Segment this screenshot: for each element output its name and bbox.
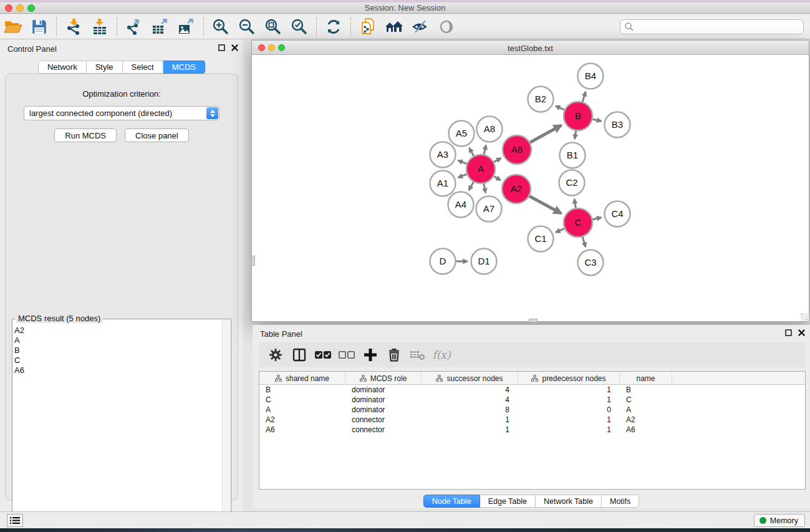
open-session-button[interactable] xyxy=(0,16,26,37)
column-header-MCDS-role[interactable]: MCDS role xyxy=(345,372,422,385)
export-table-button[interactable] xyxy=(147,16,173,37)
graph-edge-B-B1[interactable] xyxy=(575,131,576,139)
show-panels-button[interactable] xyxy=(433,16,460,37)
table-row[interactable]: A6connector11A6 xyxy=(259,425,805,435)
result-item[interactable]: A6 xyxy=(14,365,221,375)
table-row[interactable]: A2connector11A2 xyxy=(259,415,805,425)
graph-edge-B-B4[interactable] xyxy=(582,92,586,102)
mcds-result-list[interactable]: A2ABCA6 xyxy=(14,326,221,528)
add-column-button[interactable] xyxy=(359,344,382,365)
control-panel: Control Panel NetworkStyleSelectMCDS Opt… xyxy=(0,40,243,511)
tab-network-table[interactable]: Network Table xyxy=(536,495,602,508)
function-builder-button[interactable]: f(x) xyxy=(430,344,453,365)
save-session-button[interactable] xyxy=(26,16,52,37)
hide-panels-button[interactable] xyxy=(407,16,433,37)
result-item[interactable]: C xyxy=(14,355,221,365)
search-input[interactable] xyxy=(634,22,803,31)
panel-list-button[interactable] xyxy=(7,514,23,527)
tab-edge-table[interactable]: Edge Table xyxy=(480,495,536,508)
network-window-titlebar[interactable]: testGlobe.txt xyxy=(252,41,809,55)
split-handle-bottom[interactable] xyxy=(529,319,538,322)
search-box[interactable] xyxy=(620,19,804,34)
zoom-in-button[interactable] xyxy=(208,16,234,37)
network-canvas[interactable]: B4B2BB3A5A8A6A3B1AC2A1A2A4A7C4CC1DD1C3 xyxy=(252,56,809,321)
select-all-button[interactable] xyxy=(311,344,335,365)
graph-edge-A-A4[interactable] xyxy=(469,182,473,190)
close-panel-button[interactable]: Close panel xyxy=(125,128,189,142)
graph-edge-A-A6[interactable] xyxy=(494,158,501,162)
table-row[interactable]: Cdominator41C xyxy=(259,395,805,405)
close-panel-icon[interactable] xyxy=(231,44,238,51)
column-header-empty[interactable] xyxy=(672,372,805,385)
tab-node-table[interactable]: Node Table xyxy=(423,495,480,508)
graph-edge-A-A8[interactable] xyxy=(484,145,486,155)
column-header-name[interactable]: name xyxy=(620,372,672,385)
result-scrollbar[interactable] xyxy=(222,320,230,530)
column-header-predecessor-nodes[interactable]: predecessor nodes xyxy=(518,372,620,385)
zoom-selected-button[interactable] xyxy=(286,16,312,37)
tab-select[interactable]: Select xyxy=(123,60,163,74)
column-header-shared-name[interactable]: shared name xyxy=(259,372,345,385)
table-cell: 4 xyxy=(422,385,518,395)
resize-corner[interactable] xyxy=(801,313,808,321)
tab-style[interactable]: Style xyxy=(87,60,123,74)
delete-table-button[interactable] xyxy=(406,344,430,365)
settings-gear-icon xyxy=(268,347,283,362)
import-table-button[interactable] xyxy=(87,16,113,37)
graph-edge-C-C3[interactable] xyxy=(582,237,586,247)
graph-edge-C-C2[interactable] xyxy=(574,199,576,208)
graph-node-label: A2 xyxy=(511,183,522,194)
settings-gear-button[interactable] xyxy=(264,344,287,365)
delete-column-button[interactable] xyxy=(382,344,406,365)
clone-network-button[interactable] xyxy=(355,16,381,37)
zoom-out-button[interactable] xyxy=(234,16,260,37)
network-graph[interactable]: B4B2BB3A5A8A6A3B1AC2A1A2A4A7C4CC1DD1C3 xyxy=(252,56,809,321)
result-item[interactable]: A2 xyxy=(14,326,221,336)
table-row[interactable]: Bdominator41B xyxy=(259,385,805,395)
export-image-button[interactable] xyxy=(173,16,200,37)
graph-edge-A-A7[interactable] xyxy=(484,184,486,193)
table-cell: 1 xyxy=(422,425,518,435)
close-panel-icon[interactable] xyxy=(798,329,805,336)
tab-mcds[interactable]: MCDS xyxy=(163,60,205,74)
table-row[interactable]: Adominator80A xyxy=(259,405,805,415)
status-bar: Memory xyxy=(0,511,810,528)
graph-edge-A6-B[interactable] xyxy=(530,125,561,142)
deselect-all-button[interactable] xyxy=(335,344,359,365)
run-mcds-button[interactable]: Run MCDS xyxy=(54,128,117,142)
graph-edge-A2-C[interactable] xyxy=(529,196,561,213)
refresh-button[interactable] xyxy=(321,16,347,37)
desktop-background-strip xyxy=(0,528,810,532)
export-network-button[interactable] xyxy=(121,16,147,37)
tab-network[interactable]: Network xyxy=(38,60,87,74)
optimization-criterion-dropdown[interactable]: largest connected component (directed) xyxy=(24,106,219,120)
float-panel-icon[interactable] xyxy=(218,44,225,51)
graph-edge-A-A3[interactable] xyxy=(458,160,467,163)
zoom-fit-button[interactable] xyxy=(260,16,286,37)
column-header-successor-nodes[interactable]: successor nodes xyxy=(422,372,518,385)
tab-motifs[interactable]: Motifs xyxy=(602,495,639,508)
memory-button[interactable]: Memory xyxy=(754,514,805,527)
graph-edge-A-A5[interactable] xyxy=(470,148,474,156)
column-view-button[interactable] xyxy=(287,344,311,365)
graph-edge-B-B2[interactable] xyxy=(556,106,564,110)
table-cell: A2 xyxy=(620,415,672,425)
table-cell: B xyxy=(259,385,345,395)
split-handle-left[interactable] xyxy=(251,256,255,266)
graph-node-label: A1 xyxy=(437,178,448,188)
add-column-icon xyxy=(363,347,378,362)
shared-column-icon xyxy=(531,375,538,382)
table-panel-header: Table Panel xyxy=(253,325,810,341)
cybrowser-home-button[interactable] xyxy=(381,16,407,37)
node-table[interactable]: shared nameMCDS rolesuccessor nodesprede… xyxy=(259,371,806,490)
import-network-button[interactable] xyxy=(60,16,87,37)
result-item[interactable]: B xyxy=(14,346,221,355)
graph-edge-A-A1[interactable] xyxy=(458,174,467,177)
result-item[interactable]: A xyxy=(14,336,221,346)
graph-edge-B-B3[interactable] xyxy=(592,119,601,121)
graph-edge-C-C4[interactable] xyxy=(592,218,601,220)
graph-edge-A-A2[interactable] xyxy=(494,177,501,180)
export-table-icon xyxy=(152,18,169,36)
float-panel-icon[interactable] xyxy=(785,329,792,336)
graph-edge-C-C1[interactable] xyxy=(556,229,564,233)
